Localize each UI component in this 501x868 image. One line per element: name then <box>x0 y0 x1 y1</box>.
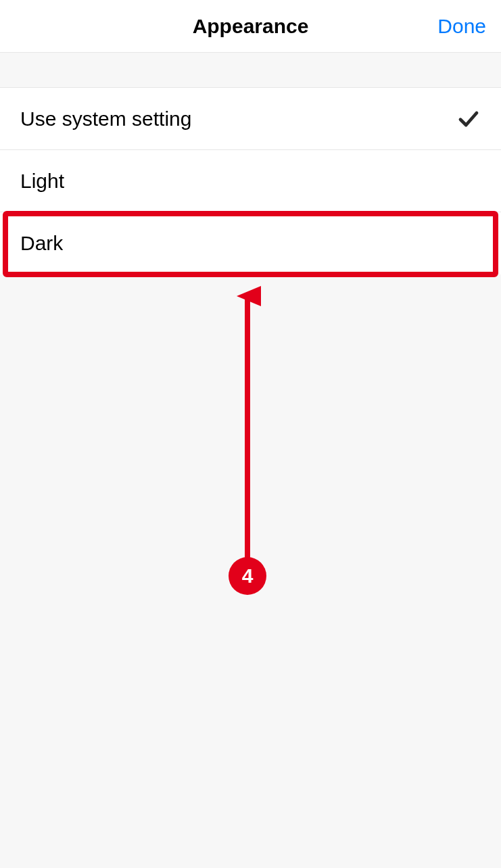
page-title: Appearance <box>193 15 309 38</box>
annotation-badge-number: 4 <box>242 564 254 587</box>
option-label: Light <box>20 170 64 193</box>
appearance-options: Use system setting Light Dark <box>0 88 501 274</box>
option-label: Dark <box>20 232 63 255</box>
section-spacer <box>0 53 501 88</box>
annotation-badge: 4 <box>229 557 266 595</box>
option-dark[interactable]: Dark <box>0 212 501 274</box>
checkmark-icon <box>456 107 481 131</box>
option-light[interactable]: Light <box>0 150 501 212</box>
option-use-system-setting[interactable]: Use system setting <box>0 88 501 150</box>
done-button[interactable]: Done <box>437 15 486 38</box>
header-bar: Appearance Done <box>0 0 501 53</box>
option-label: Use system setting <box>20 107 191 130</box>
annotation-arrow <box>234 283 261 566</box>
